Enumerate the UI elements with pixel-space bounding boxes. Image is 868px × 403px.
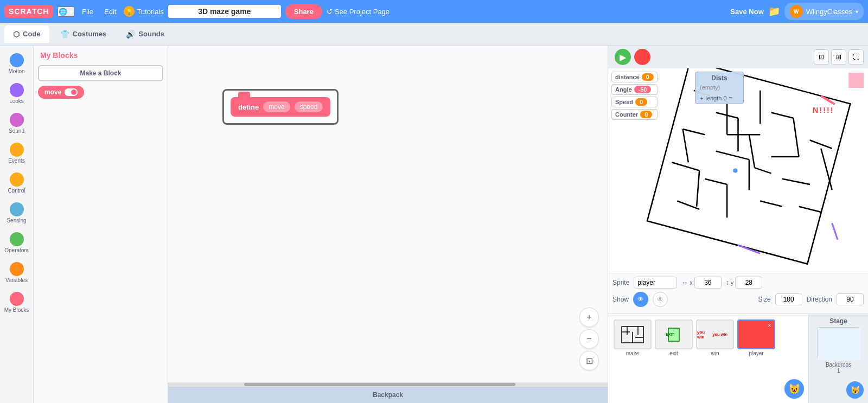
direction-label: Direction bbox=[807, 296, 832, 303]
save-now-button[interactable]: Save Now bbox=[730, 8, 763, 16]
svg-text:EXIT: EXIT bbox=[666, 332, 674, 336]
edit-menu[interactable]: Edit bbox=[101, 5, 119, 18]
blocks-panel: My Blocks Make a Block move bbox=[34, 46, 168, 403]
x-label: x bbox=[690, 279, 693, 286]
player-thumb-img: ✕ bbox=[737, 319, 775, 349]
maze-thumb-label: maze bbox=[626, 350, 639, 356]
make-block-button[interactable]: Make a Block bbox=[38, 65, 163, 81]
globe-button[interactable]: 🌐 ▾ bbox=[58, 7, 74, 17]
sprite-thumbs: maze EXIT exit bbox=[611, 317, 805, 359]
sprite-name-input[interactable] bbox=[634, 277, 677, 289]
exit-thumb-label: exit bbox=[669, 350, 678, 356]
sprite-info-row-2: Show 👁 👁 Size Direction bbox=[612, 292, 864, 307]
backdrop-thumbnail[interactable] bbox=[817, 327, 860, 360]
zoom-in-button[interactable]: + bbox=[579, 308, 599, 327]
sprite-info-row: Sprite ↔ x ↕ y bbox=[612, 277, 864, 289]
sprite-label: Sprite bbox=[612, 279, 629, 286]
project-name-input[interactable] bbox=[168, 5, 281, 18]
top-nav: SCRATCH 🌐 ▾ File Edit 💡 Tutorials Share … bbox=[0, 0, 868, 23]
horizontal-scrollbar[interactable] bbox=[168, 382, 608, 387]
user-name: WiingyClasses bbox=[806, 8, 852, 16]
tab-code[interactable]: ⬡ Code bbox=[4, 25, 49, 43]
stage-view[interactable]: distance 0 Angle -50 Speed 0 Counter 0 bbox=[608, 68, 868, 273]
size-input[interactable] bbox=[775, 293, 802, 305]
sound-label: Sound bbox=[9, 128, 24, 134]
file-menu[interactable]: File bbox=[79, 5, 97, 18]
y-label: y bbox=[731, 279, 734, 286]
share-button[interactable]: Share bbox=[285, 4, 322, 19]
y-arrows-icon: ↕ bbox=[726, 279, 729, 286]
y-input[interactable] bbox=[735, 277, 762, 289]
normal-stage-button[interactable]: ⊞ bbox=[831, 49, 846, 65]
hide-eye-button[interactable]: 👁 bbox=[653, 292, 668, 307]
code-canvas[interactable]: define move speed + − ⊡ Backpack bbox=[168, 46, 608, 403]
sidebar-item-motion[interactable]: Motion bbox=[2, 50, 32, 78]
sprite-thumb-exit[interactable]: EXIT exit bbox=[655, 319, 693, 356]
sidebar-item-sensing[interactable]: Sensing bbox=[2, 199, 32, 227]
user-area[interactable]: W WiingyClasses ▾ bbox=[784, 3, 864, 20]
add-backdrop-button[interactable]: 😺 bbox=[846, 381, 864, 399]
sprite-thumb-maze[interactable]: maze bbox=[614, 319, 652, 356]
sidebar-item-events[interactable]: Events bbox=[2, 139, 32, 167]
events-label: Events bbox=[8, 158, 25, 164]
svg-point-31 bbox=[733, 168, 737, 172]
win-thumb-img: you win you win bbox=[696, 319, 734, 349]
zoom-out-button[interactable]: − bbox=[579, 329, 599, 349]
sprite-thumb-player[interactable]: ✕ player bbox=[737, 319, 775, 356]
svg-rect-41 bbox=[818, 328, 861, 360]
sidebar-item-myblocks[interactable]: My Blocks bbox=[2, 289, 32, 316]
define-block[interactable]: define move speed bbox=[231, 97, 330, 117]
sound-dot bbox=[10, 113, 24, 127]
backdrops-label: Backdrops bbox=[826, 362, 851, 368]
tutorials-icon: 💡 bbox=[124, 6, 135, 17]
x-input[interactable] bbox=[694, 277, 722, 289]
tutorials-button[interactable]: 💡 Tutorials bbox=[124, 6, 163, 17]
scroll-thumb[interactable] bbox=[244, 383, 515, 386]
define-label: define bbox=[238, 103, 259, 111]
sprite-thumb-win[interactable]: you win you win win bbox=[696, 319, 734, 356]
tab-code-label: Code bbox=[23, 30, 41, 38]
sidebar-item-operators[interactable]: Operators bbox=[2, 229, 32, 257]
variables-label: Variables bbox=[5, 277, 28, 283]
green-flag-button[interactable]: ▶ bbox=[615, 49, 631, 65]
direction-input[interactable] bbox=[837, 293, 864, 305]
show-eye-button[interactable]: 👁 bbox=[633, 292, 648, 307]
sidebar-item-sound[interactable]: Sound bbox=[2, 110, 32, 137]
delete-sprite-button[interactable]: ✕ bbox=[765, 322, 773, 329]
sidebar-item-control[interactable]: Control bbox=[2, 169, 32, 197]
fullscreen-button[interactable]: ⛶ bbox=[848, 49, 864, 65]
sidebar-item-looks[interactable]: Looks bbox=[2, 80, 32, 107]
add-sprite-button[interactable]: 😺 bbox=[784, 379, 804, 399]
tab-sounds[interactable]: 🔊 Sounds bbox=[117, 25, 173, 43]
size-label: Size bbox=[758, 296, 770, 303]
dists-monitor: Dists (empty) + length 0 = bbox=[695, 72, 744, 104]
backpack-label: Backpack bbox=[373, 391, 403, 399]
tab-costumes[interactable]: 👕 Costumes bbox=[52, 25, 116, 43]
stop-button[interactable] bbox=[634, 49, 650, 65]
backpack-bar[interactable]: Backpack bbox=[168, 387, 608, 403]
events-dot bbox=[10, 143, 24, 157]
looks-dot bbox=[10, 83, 24, 97]
dists-footer: + length 0 = bbox=[700, 93, 739, 101]
shrink-stage-button[interactable]: ⊡ bbox=[814, 49, 829, 65]
sprite-list-area: maze EXIT exit bbox=[608, 314, 808, 403]
sounds-icon: 🔊 bbox=[126, 30, 135, 39]
stage-resize-buttons: ⊡ ⊞ ⛶ bbox=[814, 49, 864, 65]
block-outline: define move speed bbox=[222, 89, 339, 125]
code-icon: ⬡ bbox=[13, 30, 20, 39]
see-project-button[interactable]: ↺ See Project Page bbox=[327, 8, 390, 16]
custom-block-toggle[interactable] bbox=[65, 88, 78, 96]
fit-button[interactable]: ⊡ bbox=[579, 351, 599, 370]
x-arrows-icon: ↔ bbox=[681, 279, 688, 286]
main-layout: Motion Looks Sound Events Control Sensin… bbox=[0, 46, 868, 403]
sprite-section: maze EXIT exit bbox=[608, 314, 868, 403]
custom-block-label: move bbox=[44, 88, 61, 96]
svg-text:you win: you win bbox=[712, 331, 727, 336]
param2-label: speed bbox=[295, 101, 323, 112]
folder-icon[interactable]: 📁 bbox=[768, 5, 780, 17]
param1-label: move bbox=[263, 101, 290, 112]
tab-sounds-label: Sounds bbox=[138, 30, 164, 38]
custom-block-pill[interactable]: move bbox=[38, 86, 84, 99]
sidebar-item-variables[interactable]: Variables bbox=[2, 259, 32, 286]
monitor-speed: Speed 0 bbox=[611, 97, 658, 107]
